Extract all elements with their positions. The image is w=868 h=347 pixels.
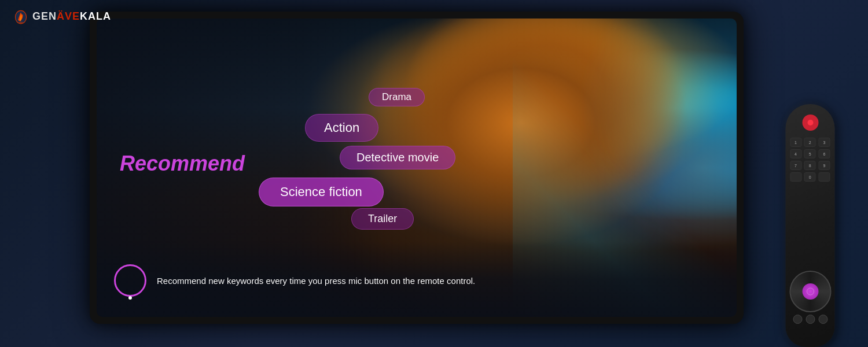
btn-5[interactable]: 5: [804, 149, 816, 158]
voice-circle: [114, 264, 146, 297]
btn-1[interactable]: 1: [790, 138, 801, 147]
genre-tag-action[interactable]: Action: [305, 114, 378, 142]
btn-8[interactable]: 8: [804, 161, 816, 170]
remote-body: 1 2 3 4 5 6 7 8 9 0: [786, 104, 835, 347]
btn-7[interactable]: 7: [790, 161, 801, 170]
logo: GENÄVEKALA: [12, 7, 111, 25]
small-btn-3[interactable]: [818, 315, 827, 324]
power-button[interactable]: [802, 115, 818, 131]
btn-3[interactable]: 3: [818, 138, 830, 147]
btn-9[interactable]: 9: [818, 161, 830, 170]
nav-ring[interactable]: [789, 271, 831, 312]
tv-bezel: Recommend Drama Action Detective movie S…: [97, 19, 737, 317]
logo-gen: GEN: [32, 10, 57, 22]
btn-2[interactable]: 2: [804, 138, 816, 147]
voice-indicator: Recommend new keywords every time you pr…: [114, 264, 475, 297]
btn-star[interactable]: [790, 172, 801, 182]
genre-tag-detective[interactable]: Detective movie: [340, 146, 455, 169]
btn-hash[interactable]: [818, 172, 830, 182]
genre-tag-drama[interactable]: Drama: [369, 88, 425, 106]
btn-4[interactable]: 4: [790, 149, 801, 158]
voice-hint-text: Recommend new keywords every time you pr…: [157, 275, 475, 287]
recommend-label: Recommend: [120, 152, 245, 176]
ok-icon: [806, 287, 814, 296]
svg-point-1: [19, 22, 23, 24]
remote-small-buttons: [793, 315, 827, 324]
remote-control: 1 2 3 4 5 6 7 8 9 0: [764, 98, 856, 347]
logo-icon: [12, 7, 30, 25]
tv-frame: Recommend Drama Action Detective movie S…: [90, 12, 744, 324]
genre-tag-science-fiction[interactable]: Science fiction: [259, 178, 384, 206]
number-grid: 1 2 3 4 5 6 7 8 9 0: [790, 138, 830, 182]
small-btn-2[interactable]: [806, 315, 815, 324]
logo-kala: KALA: [80, 10, 111, 22]
btn-0[interactable]: 0: [804, 172, 816, 182]
svg-point-2: [807, 288, 814, 295]
small-btn-1[interactable]: [793, 315, 802, 324]
nav-ok-button[interactable]: [802, 283, 818, 300]
genre-tag-trailer[interactable]: Trailer: [351, 208, 414, 230]
logo-ave: ÄVE: [57, 10, 80, 22]
btn-6[interactable]: 6: [818, 149, 830, 158]
